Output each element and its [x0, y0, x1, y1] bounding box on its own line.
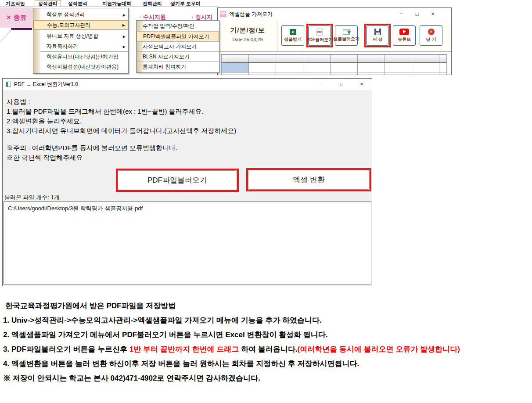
- save-button[interactable]: 저 장: [366, 25, 389, 46]
- excel-window-icon: [220, 11, 226, 17]
- button-label: 샘플받기: [284, 36, 302, 43]
- pdf-icon: PDF: [316, 29, 323, 36]
- menubar-item-score-analysis[interactable]: 성적분석: [68, 0, 87, 7]
- button-label: 유튜브: [398, 36, 411, 43]
- pdf-file-load-button[interactable]: PDF파일불러오기: [118, 170, 237, 190]
- submenu-item-manual-entry[interactable]: 수작업 입력/수정/확인: [137, 21, 219, 31]
- button-label: 저 장: [373, 36, 383, 43]
- save-highlight-box: 저 장: [364, 24, 391, 47]
- menubar-item-basic[interactable]: 기초작업: [6, 0, 25, 7]
- exit-label: 종료: [14, 14, 27, 22]
- dialog-title: PDF → Excel 변환기Ver1.0: [14, 81, 78, 88]
- submenu-item-blsn[interactable]: BLSN 자료가져오기: [137, 51, 219, 61]
- menu-item-label: 수능.모의고사관리: [47, 22, 90, 28]
- submenu-item-private-mock[interactable]: 사설모의고사 가져오기: [137, 41, 219, 51]
- menu-item-label: 수작업 입력/수정/확인: [143, 23, 194, 29]
- exit-button[interactable]: × 종료: [0, 7, 33, 28]
- info-title: 기/본/정/보: [221, 26, 274, 35]
- close-button[interactable]: ×: [352, 79, 372, 90]
- menubar-item-admission[interactable]: 진학관리: [143, 0, 162, 7]
- menu-item-label: 유니브 자료 생성/병합: [47, 33, 98, 39]
- minimize-button[interactable]: −: [311, 79, 331, 90]
- menu-item-label: 사설모의고사 가져오기: [143, 43, 197, 50]
- button-label: 샘플불러오기: [333, 36, 359, 42]
- menu-item-student-record[interactable]: 학생부 성적관리 ▶: [33, 10, 128, 20]
- menu-item-univ-data[interactable]: 유니브 자료 생성/병합 ▶: [33, 31, 128, 41]
- excel-sample-window: 엑셀샘플 가져오기 − □ × 기/본/정/보 Date 25,04,29 X …: [217, 7, 452, 75]
- spreadsheet-grid[interactable]: [221, 54, 447, 75]
- submenu-arrow-icon: ▶: [123, 32, 126, 42]
- instructions-title: 한국교육과정평가원에서 받은 PDF파일을 저장방법: [3, 299, 460, 313]
- page: { "menubar": { "items": [ {"label": "기초작…: [0, 0, 532, 403]
- youtube-button[interactable]: 유튜브: [393, 25, 416, 46]
- get-sample-button[interactable]: X 샘플받기: [281, 25, 304, 46]
- sample-load-button[interactable]: 샘플불러오기: [335, 25, 358, 46]
- mock-exam-submenu: 수작업 입력/수정/확인 PDF/엑셀샘플파일 가져오기 사설모의고사 가져오기…: [136, 20, 219, 73]
- file-path-item[interactable]: C:/Users/goodl/Desktop/3월 학력평가 샘플공지용.pdf: [8, 205, 143, 212]
- instructions-block: 한국교육과정평가원에서 받은 PDF파일을 저장방법 1. Univ->성적관리…: [3, 299, 460, 385]
- menu-item-label: 학생파일성성(내신닷컴이관용): [47, 64, 119, 70]
- selected-cell[interactable]: [222, 63, 248, 72]
- submenu-arrow-icon: ▶: [123, 10, 126, 20]
- warning-line: ※한 학년씩 작업해주세요: [7, 153, 177, 162]
- close-button[interactable]: ×: [425, 8, 441, 20]
- instruction-segment-red: (여러학년을 동시에 불러오면 오류가 발생합니다): [298, 345, 460, 353]
- excel-window-controls: − □ ×: [393, 8, 441, 20]
- toolbar-divider: [277, 20, 277, 51]
- usage-line: 2.엑셀변환을 눌러주세요.: [7, 116, 236, 126]
- usage-line: 1.불러올 PDF파일을 드래그해서 한번에(ex : 1반~끝반) 불러주세요…: [7, 107, 236, 116]
- instruction-segment: 하여 불러옵니다.: [239, 345, 297, 353]
- submenu-item-statistics[interactable]: 통계처리 참여하기: [137, 61, 219, 72]
- menubar-item-possible-univ[interactable]: 지원가능대학: [102, 0, 131, 7]
- menubar: 기초작업 성적관리 성적분석 지원가능대학 진학관리 생기부 도우미: [0, 0, 218, 7]
- menu-item-student-file[interactable]: 학생파일성성(내신닷컴이관용): [33, 62, 128, 72]
- menubar-item-score-management[interactable]: 성적관리: [35, 0, 61, 7]
- maximize-button[interactable]: □: [331, 79, 352, 90]
- pdf-load-button[interactable]: PDF PDF불러오기: [308, 25, 331, 46]
- menu-item-univ-group-join[interactable]: 학생유니브(내신닷컴)단체가입: [33, 52, 128, 62]
- file-list-box[interactable]: C:/Users/goodl/Desktop/3월 학력평가 샘플공지용.pdf: [4, 202, 371, 284]
- grid-header-row: [222, 55, 446, 63]
- pdf-load-highlight-box: PDF PDF불러오기: [306, 24, 333, 47]
- youtube-icon: [399, 29, 409, 35]
- instruction-line-5: ※ 저장이 안되시는 학교는 본사 042)471-4902로 연락주시면 감사…: [3, 371, 460, 385]
- usage-text: 사용법 : 1.불러올 PDF파일을 드래그해서 한번에(ex : 1반~끝반)…: [7, 97, 236, 136]
- excel-convert-highlight-box: 엑셀 변환: [246, 168, 371, 191]
- button-label: PDF불러오기: [306, 37, 333, 43]
- close-window-button[interactable]: × 닫 기: [420, 25, 442, 46]
- score-management-dropdown: 학생부 성적관리 ▶ 수능.모의고사관리 ▶ 유니브 자료 생성/병합 ▶ 자료…: [33, 8, 129, 74]
- grid-row: [222, 73, 446, 75]
- menu-item-label: 자료복사하기: [47, 43, 78, 49]
- submenu-arrow-icon: ▶: [123, 42, 126, 52]
- toolbar-buttons: X 샘플받기 PDF PDF불러오기 샘플불러오기 저 장: [280, 24, 445, 47]
- minimize-button[interactable]: −: [393, 8, 409, 20]
- button-label: 닫 기: [426, 36, 436, 43]
- menu-item-label: PDF/엑셀샘플파일 가져오기: [143, 33, 209, 40]
- dialog-titlebar: PDF → Excel 변환기Ver1.0 − □ ×: [3, 79, 372, 90]
- instruction-line-4: 4. 엑셀변환을 버튼을 눌러 변환 하신이후 저장 버튼을 눌러 원하시는 회…: [3, 356, 460, 371]
- pdf-load-highlight-box: PDF파일불러오기: [116, 169, 239, 192]
- exit-x-icon: ×: [7, 14, 11, 21]
- instruction-segment-red: 1반 부터 끝반까지 한번에 드래그: [129, 345, 239, 353]
- excel-convert-button[interactable]: 엑셀 변환: [248, 170, 370, 190]
- instruction-line-1: 1. Univ->성적관리->수능모의고사관리->엑셀샘플파일 가져오기 메뉴에…: [3, 313, 460, 327]
- instruction-line-2: 2. 엑셀샘플파일 가져오기 메뉴에서 PDF불러오기 버튼을 누르시면 Exc…: [3, 327, 460, 342]
- instruction-line-3: 3. PDF파일불러오기 버튼을 누르신후 1반 부터 끝반까지 한번에 드래그…: [3, 342, 460, 356]
- info-panel: 기/본/정/보 Date 25,04,29: [221, 26, 274, 42]
- sample-import-icon: [343, 29, 350, 35]
- menubar-item-record-helper[interactable]: 생기부 도우미: [170, 0, 201, 7]
- maximize-button[interactable]: □: [409, 8, 425, 20]
- purple-divider: [11, 28, 32, 30]
- pdf-excel-converter-dialog: PDF → Excel 변환기Ver1.0 − □ × 사용법 : 1.불러올 …: [2, 78, 372, 286]
- usage-line: 사용법 :: [7, 97, 236, 107]
- dialog-icon: [6, 82, 11, 87]
- menu-item-copy-data[interactable]: 자료복사하기 ▶: [33, 41, 128, 51]
- warning-line: ※주의 : 여러학년PDF를 동시에 불러오면 오류발생합니다.: [7, 143, 177, 153]
- excel-window-toolbar: 기/본/정/보 Date 25,04,29 X 샘플받기 PDF PDF불러오기: [218, 20, 451, 52]
- submenu-arrow-icon: ▶: [122, 21, 125, 30]
- save-icon: [374, 29, 381, 35]
- menu-item-mock-exam[interactable]: 수능.모의고사관리 ▶: [33, 20, 128, 30]
- file-count-label: 불러온 파일 개수: 1개: [4, 194, 60, 202]
- submenu-item-pdf-excel-sample[interactable]: PDF/엑셀샘플파일 가져오기: [137, 31, 219, 41]
- menu-item-label: BLSN 자료가져오기: [143, 54, 190, 60]
